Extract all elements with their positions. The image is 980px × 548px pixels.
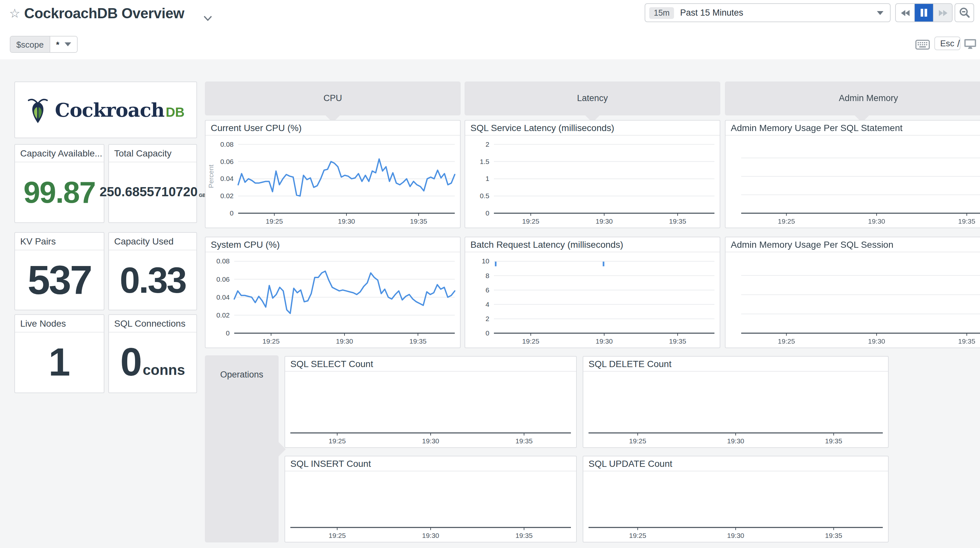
page-title: CockroachDB Overview [24, 5, 185, 22]
pause-button[interactable] [915, 4, 933, 22]
chart-widget-system-cpu: System CPU (%) 00.020.040.060.0819:2519:… [205, 237, 461, 348]
timeseries-chart[interactable]: 00.020.040.060.0819:2519:3019:35 [205, 252, 460, 348]
svg-text:19:25: 19:25 [329, 437, 346, 445]
forward-button[interactable] [933, 4, 952, 22]
scope-var-name: $scope [10, 37, 49, 52]
cockroach-bug-icon [27, 96, 49, 124]
time-range-caret-icon [877, 11, 883, 15]
chart-title: System CPU (%) [205, 237, 460, 252]
svg-text:0: 0 [226, 329, 230, 337]
chart-widget-sql-service-latency: SQL Service Latency (milliseconds) 00.51… [465, 120, 720, 228]
chart-title: Admin Memory Usage Per SQL Session [725, 237, 980, 252]
magnifier-minus-icon [959, 7, 970, 18]
group-header-cpu[interactable]: CPU [205, 81, 461, 115]
rewind-button[interactable] [896, 4, 915, 22]
svg-text:19:30: 19:30 [868, 337, 885, 345]
timeseries-chart[interactable]: 00.511.5219:2519:3019:35 [465, 135, 720, 227]
svg-text:0.08: 0.08 [220, 140, 234, 148]
zoom-out-button[interactable] [955, 3, 974, 22]
svg-text:Percent: Percent [207, 165, 215, 188]
svg-text:19:30: 19:30 [868, 218, 885, 225]
svg-text:19:30: 19:30 [727, 532, 745, 539]
stat-title: Capacity Available... [15, 145, 104, 162]
timeseries-chart[interactable]: 19:2519:3019:35 [725, 252, 980, 348]
svg-text:1.5: 1.5 [480, 158, 489, 165]
time-range-select[interactable]: 15m Past 15 Minutes [644, 3, 891, 22]
stat-title: SQL Connections [109, 315, 196, 332]
timeseries-chart[interactable]: 19:2519:3019:35 [285, 471, 576, 542]
timeseries-chart[interactable]: 19:2519:3019:35 [583, 471, 888, 542]
chart-widget-sql-update-count: SQL UPDATE Count 19:2519:3019:35 [583, 456, 889, 542]
chart-widget-admin-memory-session: Admin Memory Usage Per SQL Session 19:25… [725, 237, 980, 348]
fullscreen-monitor-icon[interactable] [964, 38, 977, 53]
timeseries-chart[interactable]: 19:2519:3019:35 [725, 135, 980, 227]
stat-title: Total Capacity [109, 145, 196, 162]
template-variable-scope[interactable]: $scope * [10, 36, 78, 53]
stat-unit: conns [143, 362, 185, 379]
stat-capacity-used: Capacity Used 0.33 [108, 232, 197, 310]
svg-text:19:35: 19:35 [669, 337, 686, 345]
chart-title: Batch Request Latency (milliseconds) [465, 237, 720, 252]
svg-text:19:30: 19:30 [338, 218, 355, 225]
svg-text:19:35: 19:35 [515, 532, 533, 539]
svg-text:19:25: 19:25 [522, 218, 539, 225]
svg-text:19:35: 19:35 [958, 337, 975, 345]
chart-title: SQL UPDATE Count [583, 456, 888, 472]
svg-text:0.04: 0.04 [216, 294, 230, 301]
stat-title: KV Pairs [15, 233, 104, 250]
svg-text:19:30: 19:30 [422, 532, 439, 539]
group-header-latency[interactable]: Latency [465, 81, 720, 115]
stat-live-nodes: Live Nodes 1 [14, 314, 104, 393]
group-label: Admin Memory [725, 93, 980, 103]
rewind-icon [900, 9, 910, 17]
timeseries-chart[interactable]: 19:2519:3019:35 [285, 371, 576, 447]
scope-caret-icon [65, 42, 71, 46]
svg-text:0.04: 0.04 [220, 175, 234, 182]
svg-text:19:25: 19:25 [629, 532, 646, 539]
svg-text:19:25: 19:25 [778, 337, 795, 345]
favorite-star-icon[interactable]: ☆ [9, 7, 20, 20]
stat-total-capacity: Total Capacity 250.6855710720 GB [108, 144, 197, 223]
group-label: Operations [205, 370, 278, 380]
svg-text:19:35: 19:35 [669, 218, 686, 225]
svg-text:19:35: 19:35 [958, 218, 975, 225]
stat-kv-pairs: KV Pairs 537 [14, 232, 104, 310]
chart-title: Current User CPU (%) [205, 121, 460, 136]
svg-text:19:25: 19:25 [629, 437, 646, 445]
chart-title: SQL Service Latency (milliseconds) [465, 121, 720, 136]
stat-value: 0 [120, 340, 142, 385]
svg-text:6: 6 [485, 286, 489, 294]
chart-widget-sql-insert-count: SQL INSERT Count 19:2519:3019:35 [285, 456, 577, 542]
keyboard-shortcuts-icon[interactable] [915, 40, 930, 52]
timeseries-chart[interactable]: 024681019:2519:3019:35 [465, 252, 720, 348]
svg-text:4: 4 [485, 300, 489, 308]
chart-title: Admin Memory Usage Per SQL Statement [725, 121, 980, 136]
svg-text:19:25: 19:25 [266, 218, 283, 225]
group-header-admin-memory[interactable]: Admin Memory [725, 81, 980, 115]
pause-icon [920, 8, 928, 17]
cockroachdb-logo-widget: Cockroach DB [14, 81, 197, 138]
timeseries-chart[interactable]: 00.020.040.060.0819:2519:3019:35Percent [205, 135, 460, 227]
chart-title: SQL INSERT Count [285, 456, 576, 472]
group-label: CPU [205, 93, 461, 103]
chart-title: SQL DELETE Count [583, 357, 888, 372]
chart-title: SQL SELECT Count [285, 357, 576, 372]
svg-text:19:30: 19:30 [727, 437, 745, 445]
svg-text:19:35: 19:35 [410, 218, 427, 225]
scope-var-value: * [56, 40, 59, 49]
group-header-operations[interactable]: Operations [205, 355, 278, 542]
esc-key-badge[interactable]: Esc [934, 37, 960, 50]
svg-text:19:35: 19:35 [825, 437, 842, 445]
svg-text:19:30: 19:30 [596, 218, 613, 225]
svg-text:0: 0 [230, 209, 234, 217]
chart-widget-batch-request-latency: Batch Request Latency (milliseconds) 024… [465, 237, 720, 348]
stat-value: 99.87 [15, 162, 104, 222]
stat-value: 1 [15, 332, 104, 392]
time-range-badge: 15m [649, 7, 675, 19]
chart-widget-sql-select-count: SQL SELECT Count 19:2519:3019:35 [285, 356, 577, 448]
chart-widget-admin-memory-statement: Admin Memory Usage Per SQL Statement 19:… [725, 120, 980, 228]
stat-title: Capacity Used [109, 233, 196, 250]
stat-sql-connections: SQL Connections 0 conns [108, 314, 197, 393]
timeseries-chart[interactable]: 19:2519:3019:35 [583, 371, 888, 447]
title-chevron-down-icon[interactable] [204, 12, 212, 24]
